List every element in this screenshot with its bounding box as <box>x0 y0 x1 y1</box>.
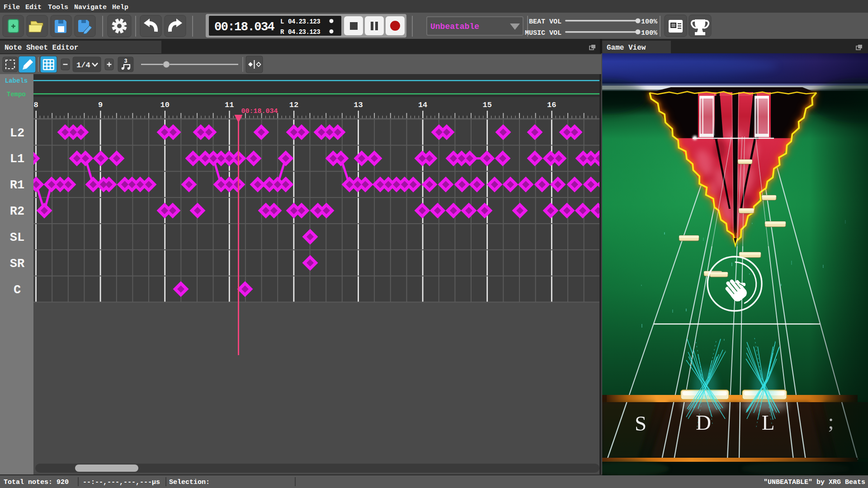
svg-text:S: S <box>635 412 646 435</box>
svg-text:L: L <box>762 411 775 434</box>
